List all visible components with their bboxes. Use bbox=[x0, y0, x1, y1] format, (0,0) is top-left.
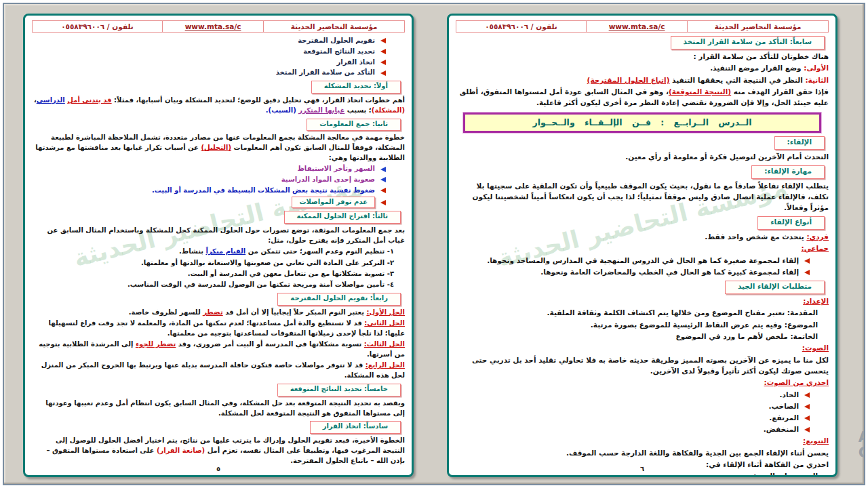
bullet-list: تقويم الحلول المقترحةتحديد النتائج المتو… bbox=[32, 36, 405, 78]
list-item: الصاخب. bbox=[456, 401, 829, 412]
text-segment: ٢- التركيز على المادة التي تعاني من صعوب… bbox=[141, 259, 394, 266]
list-item: السهر وتأخر الاستيقاظ bbox=[32, 164, 405, 174]
arrow-bullet-icon bbox=[804, 392, 810, 398]
list-item-label: المنخفض. bbox=[764, 424, 799, 435]
paragraph: التحدث أمام الآخرين لتوصيل فكرة أو معلوم… bbox=[456, 152, 829, 163]
list-item-label: تقويم الحلول المقترحة bbox=[298, 36, 375, 46]
heading-box-row: ثالثاً: اقتراح الحلول الممكنة bbox=[32, 211, 401, 224]
heading-box-row: ثانيا: جمع المعلومات bbox=[32, 119, 401, 131]
corner-letter-bottom: G bbox=[859, 445, 865, 461]
text-segment: الخاتمة: ملخص لأهم ما ورد في الموضوع bbox=[675, 332, 818, 340]
section-heading: ثانيا: جمع المعلومات bbox=[307, 119, 401, 131]
list-item: إلقاء لمجموعة كبيرة كما هو الحال في الخط… bbox=[456, 267, 829, 278]
header-link[interactable]: www.mta.sa/c bbox=[586, 21, 688, 33]
heading-box-row: سادساً: اتخاذ القرار bbox=[32, 421, 401, 434]
text-segment: احذري من الفكاهة أثناء الإلقاء في: bbox=[706, 460, 829, 468]
text-segment: ١- تنظيم النوم وعدم السهر؛ حتى تتمكن من bbox=[245, 247, 394, 255]
paragraph: الأولى: وضع القرار موضع التنفيذ. bbox=[456, 63, 829, 74]
text-segment: ٣- تسوية مشكلاتها مع من تتعامل معهن في ا… bbox=[188, 270, 394, 277]
text-segment: القيام مبكراً bbox=[205, 247, 245, 255]
paragraph: الحل الأول: يعتبر النوم المبكر حلاً إيجا… bbox=[32, 308, 405, 318]
header-org: مؤسسة التحاضير الحديثة bbox=[264, 21, 405, 33]
text-segment: قد لا تستطيع والدة أمل مساعدتها؛ لعدم تم… bbox=[49, 319, 405, 337]
text-segment: ٤- تأمين مواصلات آمنة ومريحة تمكنها من ا… bbox=[127, 281, 394, 288]
page-right-content: سابعاً: التأكد من سلامة القرار المتخذهنا… bbox=[456, 36, 829, 477]
text-segment: قد لا تتوفر مواصلات خاصة فتكون حافلة الم… bbox=[41, 361, 405, 379]
paragraph: خطوة مهمة في معالجة المشكلة بجمع المعلوم… bbox=[32, 133, 405, 163]
text-segment: تسوية مشكلاتها في المدرسة أو البيت أمر ض… bbox=[176, 340, 363, 348]
text-segment: غيابها المتكرر bbox=[298, 106, 344, 114]
inline-heading-box: عدم توفر المواصلات bbox=[292, 197, 375, 209]
arrow-bullet-icon bbox=[380, 70, 386, 76]
arrow-bullet-icon bbox=[804, 270, 810, 275]
list-item: اتخاذ القرار bbox=[32, 58, 405, 68]
lesson-title-row: الــدرس الــرابــع : فــن الإلــقــاء وا… bbox=[456, 113, 829, 133]
text-segment: الصوت: bbox=[802, 344, 829, 352]
section-heading: متطلبات الإلقاء الجيد bbox=[725, 281, 825, 294]
heading-box-row: سابعاً: التأكد من سلامة القرار المتخذ bbox=[456, 36, 825, 49]
text-segment: الأولى: bbox=[804, 64, 829, 72]
list-item: صعوبة إحدى المواد الدراسية bbox=[32, 175, 405, 185]
list-item-label: صعوبة إحدى المواد الدراسية bbox=[281, 175, 375, 185]
text-segment: بنشاط. bbox=[179, 247, 205, 255]
heading-box-row: مهارة الإلقاء: bbox=[456, 165, 825, 179]
text-segment: جماعي: bbox=[801, 244, 829, 252]
paragraph: الصوت: bbox=[456, 343, 829, 354]
text-segment: احذري من الصوت: bbox=[764, 378, 829, 386]
list-item-label: إلقاء لمجموعة صغيرة كما هو الحال في الدر… bbox=[487, 256, 799, 266]
arrow-bullet-icon bbox=[380, 167, 386, 172]
text-segment: الحل الأول: bbox=[366, 308, 405, 316]
text-segment: التنويع: bbox=[803, 436, 829, 445]
heading-box-row: أنواع الإلقاء bbox=[456, 216, 825, 230]
page-left-number: ٥ bbox=[216, 465, 220, 472]
section-heading: ثالثاً: اقتراح الحلول الممكنة bbox=[284, 211, 401, 224]
text-segment: هناك خطوتان للتأكد من سلامة القرار : bbox=[693, 52, 829, 60]
text-segment: تضطر للجوء bbox=[136, 340, 176, 348]
arrow-bullet-icon bbox=[804, 404, 810, 409]
section-heading: سابعاً: التأكد من سلامة القرار المتخذ bbox=[671, 36, 825, 49]
arrow-bullet-icon bbox=[380, 60, 386, 65]
text-segment: ويقصد به تحديد النتيجة المتوقعة بعد حل ا… bbox=[45, 399, 405, 417]
paragraph: بعد جمع المعلومات الموثقة، توضع تصورات ح… bbox=[32, 226, 405, 246]
list-item-label: إلقاء لمجموعة كبيرة كما هو الحال في الخط… bbox=[540, 267, 799, 278]
section-heading: أولاً: تحديد المشكلة bbox=[311, 81, 401, 94]
text-segment: النظر في النتيجة التي يحققها التنفيذ bbox=[669, 76, 805, 84]
list-item-label: السهر وتأخر الاستيقاظ bbox=[297, 164, 375, 174]
paragraph: لكل منا ما يميزه عن الآخرين بصوته المميز… bbox=[456, 355, 829, 377]
paragraph: الخاتمة: ملخص لأهم ما ورد في الموضوع bbox=[456, 331, 829, 342]
text-segment: للسهر لظروف خاصة. bbox=[129, 308, 203, 316]
arrow-bullet-icon bbox=[380, 49, 386, 54]
text-segment: الموضوعات الدينية. bbox=[750, 472, 818, 477]
list-item: تحديد النتائج المتوقعة bbox=[32, 47, 405, 57]
text-segment: الحل الثالث: bbox=[364, 340, 405, 348]
paragraph: فردي: يتحدث مع شخص واحد فقط. bbox=[456, 232, 829, 243]
paragraph: الحل الرابع: قد لا تتوفر مواصلات خاصة فت… bbox=[32, 361, 405, 381]
list-item: المرتفع. bbox=[456, 413, 829, 424]
paragraph: أهم خطوات اتخاذ القرار، فهي تحليل دقيق ل… bbox=[32, 96, 405, 116]
heading-box-row: أولاً: تحديد المشكلة bbox=[32, 81, 401, 94]
text-segment: الحل الرابع: bbox=[366, 361, 405, 369]
bullet-list: الحاد.الصاخب.المرتفع.المنخفض. bbox=[456, 390, 829, 435]
page-left-content: تقويم الحلول المقترحةتحديد النتائج المتو… bbox=[32, 36, 405, 466]
paragraph: يحسن أثناء الإلقاء الجمع بين الجدية والف… bbox=[456, 448, 829, 459]
heading-box-row: متطلبات الإلقاء الجيد bbox=[456, 281, 825, 294]
heading-box-row: خامساً: تحديد النتائج المتوقعة bbox=[32, 384, 401, 396]
text-segment: (اتباع الحلول المقترحة) bbox=[587, 76, 670, 84]
text-segment: أهم خطوات اتخاذ القرار، فهي تحليل دقيق ل… bbox=[112, 96, 405, 104]
header-link[interactable]: www.mta.sa/c bbox=[162, 21, 264, 33]
paragraph: احذري من الصوت: bbox=[456, 378, 829, 388]
corner-letter-top: A bbox=[859, 430, 865, 445]
text-segment: بعد جمع المعلومات الموثقة، توضع تصورات ح… bbox=[47, 226, 405, 244]
text-segment: الإعداد: bbox=[803, 297, 829, 305]
list-item-label: الصاخب. bbox=[768, 401, 799, 412]
list-item: التأكد من سلامة القرار المتخذ bbox=[32, 68, 405, 78]
text-segment: الثانية: bbox=[805, 76, 829, 84]
heading-box-row: الإلقاء: bbox=[456, 136, 825, 150]
text-segment: الدراسي bbox=[37, 96, 65, 104]
paragraph: المقدمة: تعتبر مفتاح الموضوع ومن خلالها … bbox=[456, 308, 829, 319]
list-item-label: تحديد النتائج المتوقعة bbox=[303, 47, 375, 57]
list-item: ضغوط نفسية نتيجة بعض المشكلات البسيطة في… bbox=[32, 186, 405, 196]
list-item-label: الحاد. bbox=[780, 390, 799, 401]
text-segment: الحل الثاني: bbox=[364, 319, 405, 327]
arrow-bullet-icon bbox=[380, 188, 386, 193]
